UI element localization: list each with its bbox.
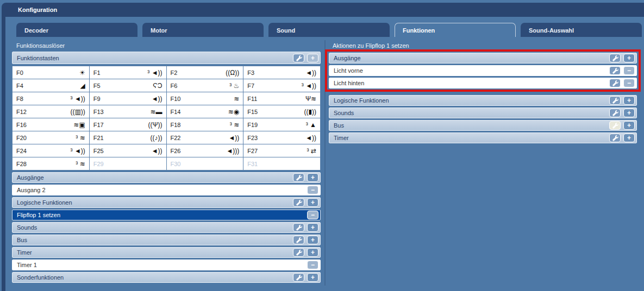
- add-button[interactable]: +: [307, 173, 318, 182]
- add-button[interactable]: +: [307, 223, 318, 232]
- row-ausgang-2[interactable]: Ausgang 2−: [12, 185, 321, 195]
- row-timer[interactable]: Timer+: [12, 247, 321, 258]
- add-button[interactable]: +: [307, 236, 318, 244]
- function-key-cell-f9[interactable]: F9◄)): [90, 92, 166, 105]
- remove-button[interactable]: −: [307, 261, 318, 269]
- function-key-cell-f14[interactable]: F14≋◉: [167, 105, 243, 118]
- function-key-cell-f21[interactable]: F21((♪)): [90, 131, 166, 144]
- function-key-cell-f12[interactable]: F12((▥)): [12, 105, 89, 118]
- function-key-cell-f19[interactable]: F19³ ▲: [243, 118, 320, 131]
- wrench-button[interactable]: [609, 54, 621, 62]
- row-logische-funktionen[interactable]: Logische Funktionen+: [12, 197, 321, 208]
- row-timer-1[interactable]: Timer 1−: [12, 260, 321, 270]
- wrench-button[interactable]: [609, 66, 621, 75]
- function-key-cell-f26[interactable]: F26◄))): [167, 144, 243, 157]
- row-licht-hinten[interactable]: Licht hinten−: [329, 78, 637, 88]
- wrench-button[interactable]: [293, 198, 304, 207]
- wrench-button[interactable]: [293, 54, 304, 62]
- add-button[interactable]: +: [623, 134, 635, 142]
- function-key-label: F30: [171, 161, 181, 167]
- function-key-icon: ((Ψ)): [148, 121, 162, 129]
- remove-button[interactable]: −: [307, 186, 318, 194]
- remove-button[interactable]: −: [623, 66, 635, 75]
- function-key-cell-f8[interactable]: F8³ ◄)): [12, 92, 89, 105]
- remove-button[interactable]: −: [307, 211, 318, 219]
- wrench-button[interactable]: [293, 248, 304, 257]
- function-key-cell-f20[interactable]: F20³ ≋: [12, 131, 89, 144]
- function-key-cell-f23[interactable]: F23◄)): [243, 131, 320, 144]
- wrench-button[interactable]: [609, 121, 621, 130]
- tab-sound[interactable]: Sound: [268, 23, 390, 37]
- wrench-button[interactable]: [293, 223, 304, 232]
- function-key-cell-f30[interactable]: F30: [167, 157, 243, 170]
- row-ausg-nge[interactable]: Ausgänge+: [12, 172, 321, 183]
- function-key-cell-f27[interactable]: F27³ ⇄: [243, 144, 320, 157]
- function-key-label: F25: [93, 148, 104, 154]
- function-key-cell-f18[interactable]: F18³ ≋: [167, 118, 243, 131]
- function-key-cell-f13[interactable]: F13≋▬: [90, 105, 166, 118]
- left-panel-title: Funktionsauslöser: [16, 42, 65, 49]
- wrench-button[interactable]: [293, 173, 304, 182]
- function-key-icon: ³ ≋: [76, 160, 85, 168]
- row-ausg-nge[interactable]: Ausgänge+: [329, 53, 637, 64]
- row-bus[interactable]: Bus+: [329, 120, 637, 131]
- add-button[interactable]: +: [307, 273, 318, 282]
- function-key-icon: ◄)): [152, 147, 162, 155]
- highlight-box: Ausgänge+Licht vorne−Licht hinten−: [325, 49, 641, 92]
- row-bus[interactable]: Bus+: [12, 235, 321, 245]
- row-funktionstasten[interactable]: Funktionstasten +: [12, 52, 321, 64]
- tab-funktionen[interactable]: Funktionen: [395, 23, 516, 37]
- wrench-button[interactable]: [609, 109, 621, 117]
- function-key-cell-f25[interactable]: F25◄)): [90, 144, 166, 157]
- wrench-button[interactable]: [293, 273, 304, 282]
- function-key-label: F12: [16, 109, 27, 115]
- add-button[interactable]: +: [623, 109, 635, 117]
- function-key-cell-f28[interactable]: F28³ ≋: [12, 157, 89, 170]
- function-key-cell-f2[interactable]: F2((Ω)): [167, 66, 243, 79]
- function-key-cell-f4[interactable]: F4◢: [12, 79, 89, 92]
- row-timer[interactable]: Timer+: [329, 132, 637, 143]
- function-key-cell-f6[interactable]: F6³ ♨: [167, 79, 243, 92]
- function-key-cell-f24[interactable]: F24³ ◄)): [12, 144, 89, 157]
- row-flipflop-1-setzen[interactable]: Flipflop 1 setzen−: [12, 210, 321, 220]
- row-sounds[interactable]: Sounds+: [329, 107, 637, 118]
- function-key-table: F0☀F1³ ◄))F2((Ω))F3◄))F4◢F5ϚϽF6³ ♨F7³ ◄)…: [12, 66, 321, 170]
- wrench-button[interactable]: [609, 134, 621, 142]
- function-key-cell-f5[interactable]: F5ϚϽ: [90, 79, 166, 92]
- wrench-button[interactable]: [609, 79, 621, 87]
- add-button[interactable]: +: [623, 121, 635, 130]
- function-key-cell-f31[interactable]: F31: [243, 157, 320, 170]
- row-sounds[interactable]: Sounds+: [12, 222, 321, 233]
- function-key-cell-f1[interactable]: F1³ ◄)): [90, 66, 166, 79]
- add-button[interactable]: +: [623, 54, 635, 62]
- tab-decoder[interactable]: Decoder: [16, 23, 137, 37]
- row-logische-funktionen[interactable]: Logische Funktionen+: [329, 95, 637, 106]
- function-key-cell-f22[interactable]: F22◄)): [167, 131, 243, 144]
- function-key-cell-f10[interactable]: F10≋: [167, 92, 243, 105]
- wrench-icon: [612, 67, 618, 74]
- add-button[interactable]: +: [307, 248, 318, 257]
- function-key-cell-f11[interactable]: F11Ψ≋: [243, 92, 320, 105]
- function-key-icon: ϚϽ: [153, 82, 162, 90]
- function-key-cell-f16[interactable]: F16≋▣: [12, 118, 89, 131]
- function-key-cell-f7[interactable]: F7³ ◄)): [243, 79, 320, 92]
- row-sonderfunktionen[interactable]: Sonderfunktionen+: [12, 272, 321, 283]
- function-key-cell-f0[interactable]: F0☀: [12, 66, 89, 79]
- add-button[interactable]: +: [623, 96, 635, 105]
- wrench-button[interactable]: [293, 236, 304, 244]
- tab-sound-auswahl[interactable]: Sound-Auswahl: [521, 23, 642, 37]
- function-key-cell-f29[interactable]: F29: [90, 157, 166, 170]
- wrench-icon: [296, 237, 302, 243]
- function-key-label: F31: [247, 161, 258, 167]
- remove-button[interactable]: −: [623, 79, 635, 87]
- add-button[interactable]: +: [307, 198, 318, 207]
- function-key-cell-f3[interactable]: F3◄)): [243, 66, 320, 79]
- row-licht-vorne[interactable]: Licht vorne−: [329, 65, 637, 76]
- function-key-cell-f17[interactable]: F17((Ψ)): [90, 118, 166, 131]
- add-button[interactable]: +: [307, 54, 318, 62]
- function-key-label: F15: [247, 109, 258, 115]
- wrench-button[interactable]: [609, 96, 621, 105]
- row-buttons: +: [609, 121, 636, 130]
- tab-motor[interactable]: Motor: [142, 23, 264, 37]
- function-key-cell-f15[interactable]: F15((▮)): [243, 105, 320, 118]
